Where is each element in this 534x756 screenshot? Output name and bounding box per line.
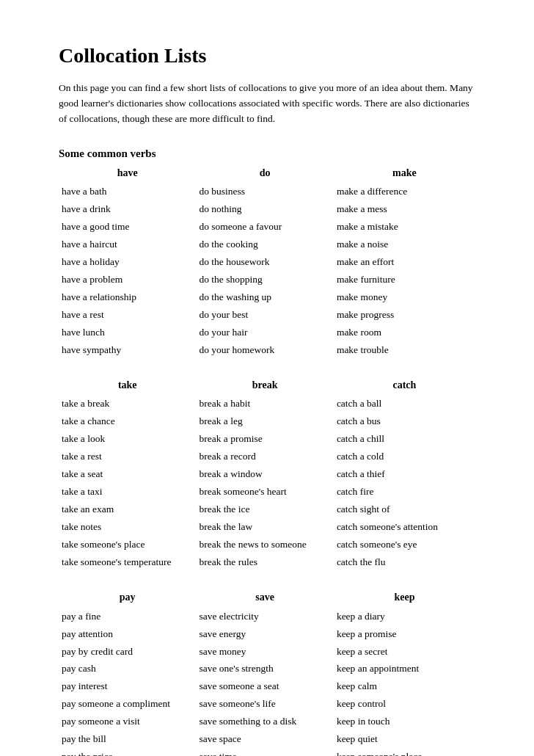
list-item: pay by credit card (59, 643, 196, 661)
intro-text: On this page you can find a few short li… (59, 81, 475, 127)
table-row: take a seatbreak a windowcatch a thief (59, 466, 475, 484)
list-item: take a seat (59, 466, 196, 484)
header-make: make (334, 167, 475, 183)
list-item: pay a fine (59, 608, 196, 625)
list-item: do your best (196, 306, 333, 324)
list-item: break a habit (196, 396, 333, 413)
list-item: do the washing up (196, 288, 333, 306)
page-title: Collocation Lists (59, 44, 475, 68)
list-item: save electricity (196, 608, 333, 625)
table-row: have a good timedo someone a favourmake … (59, 219, 475, 236)
table-row: pay someone a complimentsave someone's l… (59, 696, 475, 713)
table-row: take someone's temperaturebreak the rule… (59, 553, 475, 571)
list-item: take a rest (59, 448, 196, 466)
header-do: do (196, 167, 333, 183)
list-item: keep a diary (334, 608, 475, 625)
have-do-make-table: have do make have a bathdo businessmake … (59, 167, 475, 359)
list-item: pay someone a visit (59, 713, 196, 731)
list-item: break the law (196, 518, 333, 536)
list-item: break a window (196, 466, 333, 484)
table-row: pay the billsave spacekeep quiet (59, 731, 475, 749)
list-item: catch sight of (334, 501, 475, 519)
table-row: pay a finesave electricitykeep a diary (59, 608, 475, 625)
list-item: have sympathy (59, 341, 196, 359)
list-item: catch a cold (334, 448, 475, 466)
list-item: pay attention (59, 625, 196, 643)
list-item: have a holiday (59, 253, 196, 271)
list-item: do nothing (196, 201, 333, 219)
list-item: save time (196, 749, 333, 756)
table-row: have a restdo your bestmake progress (59, 306, 475, 324)
list-item: save someone's life (196, 696, 333, 713)
take-break-catch-table: take break catch take a breakbreak a hab… (59, 379, 475, 571)
list-item: catch someone's attention (334, 518, 475, 536)
table-row: pay the pricesave timekeep someone's pla… (59, 749, 475, 756)
table-row: have a problemdo the shoppingmake furnit… (59, 271, 475, 288)
section-label: Some common verbs (59, 148, 475, 160)
table-row: take a breakbreak a habitcatch a ball (59, 396, 475, 413)
table-row: have a drinkdo nothingmake a mess (59, 201, 475, 219)
pay-save-keep-table: pay save keep pay a finesave electricity… (59, 592, 475, 756)
list-item: pay cash (59, 661, 196, 678)
header-pay: pay (59, 592, 196, 608)
list-item: catch a thief (334, 466, 475, 484)
list-item: have a relationship (59, 288, 196, 306)
list-item: catch a bus (334, 413, 475, 431)
list-item: have a problem (59, 271, 196, 288)
list-item: have a drink (59, 201, 196, 219)
list-item: catch the flu (334, 553, 475, 571)
list-item: pay the bill (59, 731, 196, 749)
list-item: make furniture (334, 271, 475, 288)
list-item: keep someone's place (334, 749, 475, 756)
table-row: have lunchdo your hairmake room (59, 324, 475, 341)
table-row: pay cashsave one's strengthkeep an appoi… (59, 661, 475, 678)
table-row: take a taxibreak someone's heartcatch fi… (59, 484, 475, 501)
list-item: keep quiet (334, 731, 475, 749)
table-row: pay by credit cardsave moneykeep a secre… (59, 643, 475, 661)
list-item: have a rest (59, 306, 196, 324)
table-row: take a restbreak a recordcatch a cold (59, 448, 475, 466)
list-item: save space (196, 731, 333, 749)
list-item: break someone's heart (196, 484, 333, 501)
list-item: keep an appointment (334, 661, 475, 678)
list-item: make an effort (334, 253, 475, 271)
table-row: have a relationshipdo the washing upmake… (59, 288, 475, 306)
table-row: take someone's placebreak the news to so… (59, 536, 475, 553)
list-item: do your homework (196, 341, 333, 359)
table-row: take notesbreak the lawcatch someone's a… (59, 518, 475, 536)
list-item: take a taxi (59, 484, 196, 501)
list-item: do the cooking (196, 236, 333, 254)
list-item: keep calm (334, 678, 475, 696)
list-item: save money (196, 643, 333, 661)
list-item: pay the price (59, 749, 196, 756)
table-row: have sympathydo your homeworkmake troubl… (59, 341, 475, 359)
list-item: pay someone a compliment (59, 696, 196, 713)
list-item: keep in touch (334, 713, 475, 731)
list-item: catch someone's eye (334, 536, 475, 553)
list-item: have lunch (59, 324, 196, 341)
table-row: pay attentionsave energykeep a promise (59, 625, 475, 643)
header-catch: catch (334, 379, 475, 396)
header-have: have (59, 167, 196, 183)
header-break: break (196, 379, 333, 396)
list-item: take notes (59, 518, 196, 536)
list-item: do business (196, 183, 333, 201)
list-item: take a look (59, 431, 196, 448)
header-take: take (59, 379, 196, 396)
list-item: do the shopping (196, 271, 333, 288)
table-row: pay interestsave someone a seatkeep calm (59, 678, 475, 696)
list-item: catch a ball (334, 396, 475, 413)
list-item: break the ice (196, 501, 333, 519)
list-item: take someone's temperature (59, 553, 196, 571)
list-item: save energy (196, 625, 333, 643)
table-row: take a lookbreak a promisecatch a chill (59, 431, 475, 448)
table-row: take an exambreak the icecatch sight of (59, 501, 475, 519)
list-item: make trouble (334, 341, 475, 359)
table-row: have a haircutdo the cookingmake a noise (59, 236, 475, 254)
list-item: take an exam (59, 501, 196, 519)
list-item: keep a promise (334, 625, 475, 643)
list-item: do your hair (196, 324, 333, 341)
list-item: catch fire (334, 484, 475, 501)
list-item: break the rules (196, 553, 333, 571)
list-item: make progress (334, 306, 475, 324)
